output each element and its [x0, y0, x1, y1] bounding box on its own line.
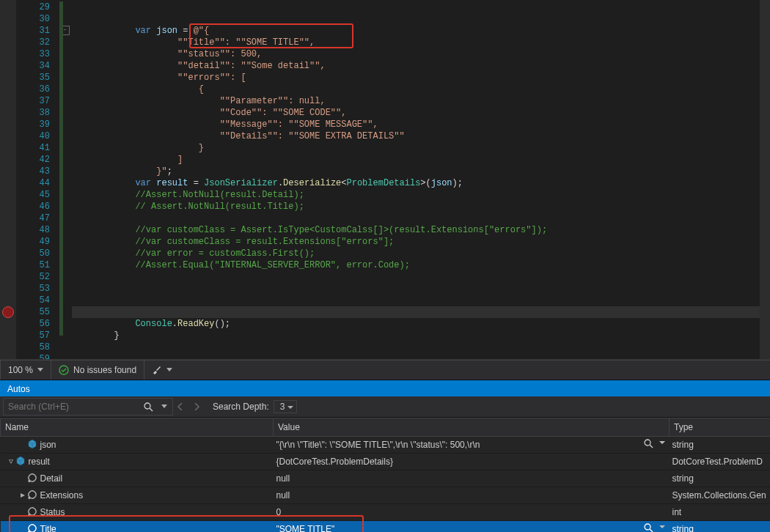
search-dropdown-icon[interactable]	[156, 404, 172, 409]
code-editor[interactable]: 2930313233343536373839404142434445464748…	[0, 0, 770, 360]
svg-rect-5	[27, 479, 30, 482]
row-name: result	[29, 456, 50, 466]
property-icon	[27, 506, 37, 519]
row-type: string	[670, 470, 771, 487]
line-number-gutter: 2930313233343536373839404142434445464748…	[16, 0, 59, 359]
breakpoint-margin[interactable]	[0, 0, 16, 359]
row-name: Title	[40, 523, 56, 532]
row-value: {DotCoreTest.ProblemDetails}	[276, 457, 393, 467]
search-depth-dropdown[interactable]: 3	[274, 400, 298, 413]
nav-forward-button[interactable]	[189, 399, 205, 415]
autos-toolbar: Search Depth: 3	[0, 396, 770, 418]
fold-margin[interactable]: -	[59, 0, 72, 359]
row-value: null	[276, 490, 290, 500]
expand-toggle-icon[interactable]: ▿	[7, 456, 15, 466]
property-icon	[27, 473, 37, 485]
row-value: "{\r\n \"Title\": \"SOME TITLE\",\r\n \"…	[276, 440, 480, 450]
svg-line-10	[650, 529, 653, 532]
zoom-value: 100 %	[8, 365, 33, 375]
row-value: "SOME TITLE"	[276, 524, 335, 532]
svg-point-1	[144, 403, 150, 409]
variable-icon	[15, 456, 26, 468]
tab-autos[interactable]: Autos	[0, 382, 37, 396]
issues-text: No issues found	[73, 365, 136, 375]
row-name: Extensions	[40, 489, 84, 500]
svg-rect-7	[27, 513, 30, 516]
table-row[interactable]: Status0int	[1, 504, 771, 521]
search-icon[interactable]	[140, 402, 156, 412]
visualizer-dropdown-icon[interactable]	[659, 441, 665, 447]
expand-toggle-icon[interactable]	[18, 523, 27, 532]
table-row[interactable]: ▿result{DotCoreTest.ProblemDetails}DotCo…	[1, 454, 771, 470]
brush-icon[interactable]	[152, 365, 162, 375]
svg-point-3	[645, 440, 650, 446]
expand-toggle-icon[interactable]	[18, 473, 27, 483]
autos-search-box[interactable]	[3, 398, 173, 415]
row-name: json	[40, 439, 56, 449]
row-type: int	[670, 504, 771, 521]
row-value: 0	[276, 507, 282, 517]
editor-scrollbar[interactable]	[760, 0, 770, 359]
expand-toggle-icon[interactable]	[18, 439, 27, 449]
search-depth-label: Search Depth:	[213, 402, 269, 412]
visualizer-dropdown-icon[interactable]	[659, 525, 665, 531]
row-type: DotCoreTest.ProblemD	[670, 454, 771, 470]
property-icon	[27, 523, 37, 533]
visualizer-icon[interactable]	[644, 439, 653, 451]
svg-rect-6	[27, 496, 30, 499]
autos-tabstrip: Autos	[0, 380, 770, 396]
svg-point-9	[645, 524, 650, 530]
table-row[interactable]: Detailnullstring	[1, 470, 771, 487]
property-icon	[27, 489, 37, 502]
row-value: null	[276, 473, 290, 484]
column-header-value[interactable]: Value	[274, 418, 670, 437]
breakpoint-icon[interactable]	[2, 306, 14, 318]
row-type: string	[670, 437, 771, 454]
issues-indicator[interactable]: No issues found	[51, 361, 144, 380]
check-circle-icon	[59, 365, 69, 375]
code-area[interactable]: var json = @"{ ""Title"": ""SOME TITLE""…	[72, 0, 770, 359]
expand-toggle-icon[interactable]: ▸	[18, 489, 27, 500]
column-header-type[interactable]: Type	[670, 418, 771, 437]
expand-toggle-icon[interactable]	[18, 506, 27, 517]
zoom-dropdown[interactable]: 100 %	[0, 361, 51, 380]
table-row[interactable]: json"{\r\n \"Title\": \"SOME TITLE\",\r\…	[1, 437, 771, 454]
column-header-name[interactable]: Name	[1, 418, 274, 437]
row-type: string	[670, 521, 771, 533]
svg-line-2	[150, 408, 153, 411]
row-name: Detail	[40, 473, 63, 483]
row-type: System.Collections.Gen	[670, 487, 771, 504]
visualizer-icon[interactable]	[644, 523, 653, 532]
table-row[interactable]: ▸ExtensionsnullSystem.Collections.Gen	[1, 487, 771, 504]
autos-grid[interactable]: NameValueType json"{\r\n \"Title\": \"SO…	[0, 418, 770, 532]
search-input[interactable]	[4, 402, 140, 412]
nav-back-button[interactable]	[173, 399, 189, 415]
table-row[interactable]: Title"SOME TITLE"string	[1, 521, 771, 533]
svg-line-4	[650, 445, 653, 448]
row-name: Status	[40, 506, 65, 517]
editor-status-bar: 100 % No issues found	[0, 360, 770, 380]
variable-icon	[27, 439, 37, 451]
